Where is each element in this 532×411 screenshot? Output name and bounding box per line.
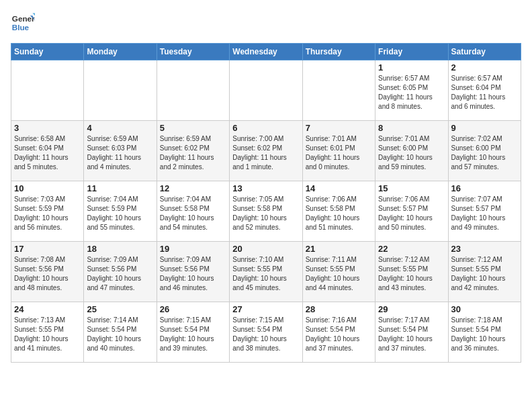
day-info: Sunrise: 7:06 AM Sunset: 5:58 PM Dayligh… (306, 195, 372, 232)
calendar-table: SundayMondayTuesdayWednesdayThursdayFrid… (11, 43, 521, 363)
page-header: General Blue (11, 11, 521, 35)
calendar-week-row: 17Sunrise: 7:08 AM Sunset: 5:56 PM Dayli… (11, 242, 521, 302)
day-info: Sunrise: 7:01 AM Sunset: 6:01 PM Dayligh… (306, 134, 372, 172)
day-info: Sunrise: 7:05 AM Sunset: 5:58 PM Dayligh… (232, 195, 299, 232)
day-number: 27 (232, 304, 299, 314)
day-number: 3 (14, 123, 81, 133)
day-number: 29 (378, 304, 445, 314)
day-number: 8 (378, 123, 445, 133)
svg-text:Blue: Blue (12, 23, 30, 32)
day-number: 9 (451, 123, 518, 133)
calendar-cell: 7Sunrise: 7:01 AM Sunset: 6:01 PM Daylig… (302, 121, 375, 181)
day-info: Sunrise: 7:17 AM Sunset: 5:54 PM Dayligh… (378, 316, 445, 353)
day-number: 22 (378, 244, 445, 254)
day-number: 2 (451, 62, 518, 73)
calendar-cell: 21Sunrise: 7:11 AM Sunset: 5:55 PM Dayli… (302, 242, 375, 302)
calendar-cell: 19Sunrise: 7:09 AM Sunset: 5:56 PM Dayli… (157, 242, 229, 302)
calendar-cell: 12Sunrise: 7:04 AM Sunset: 5:58 PM Dayli… (157, 181, 229, 242)
calendar-cell: 27Sunrise: 7:15 AM Sunset: 5:54 PM Dayli… (230, 302, 302, 363)
logo: General Blue (11, 11, 38, 35)
day-number: 20 (232, 244, 299, 254)
weekday-header: Saturday (448, 44, 521, 60)
calendar-cell: 5Sunrise: 6:59 AM Sunset: 6:02 PM Daylig… (157, 121, 229, 181)
day-number: 12 (160, 183, 226, 193)
day-info: Sunrise: 7:08 AM Sunset: 5:56 PM Dayligh… (14, 255, 81, 293)
calendar-cell: 25Sunrise: 7:14 AM Sunset: 5:54 PM Dayli… (84, 302, 157, 363)
day-info: Sunrise: 6:57 AM Sunset: 6:05 PM Dayligh… (378, 74, 445, 111)
weekday-header: Sunday (11, 44, 84, 60)
logo-icon: General Blue (11, 11, 35, 35)
day-info: Sunrise: 7:09 AM Sunset: 5:56 PM Dayligh… (160, 255, 226, 293)
day-info: Sunrise: 7:18 AM Sunset: 5:54 PM Dayligh… (451, 316, 518, 353)
day-info: Sunrise: 7:10 AM Sunset: 5:55 PM Dayligh… (232, 255, 299, 293)
day-number: 10 (14, 183, 81, 193)
day-number: 7 (306, 123, 372, 133)
day-info: Sunrise: 7:12 AM Sunset: 5:55 PM Dayligh… (378, 255, 445, 293)
calendar-cell: 6Sunrise: 7:00 AM Sunset: 6:02 PM Daylig… (230, 121, 302, 181)
calendar-cell: 13Sunrise: 7:05 AM Sunset: 5:58 PM Dayli… (230, 181, 302, 242)
calendar-cell (302, 60, 375, 121)
calendar-cell (157, 60, 229, 121)
day-info: Sunrise: 7:06 AM Sunset: 5:57 PM Dayligh… (378, 195, 445, 232)
calendar-cell: 9Sunrise: 7:02 AM Sunset: 6:00 PM Daylig… (448, 121, 521, 181)
calendar-cell: 23Sunrise: 7:12 AM Sunset: 5:55 PM Dayli… (448, 242, 521, 302)
calendar-cell: 18Sunrise: 7:09 AM Sunset: 5:56 PM Dayli… (84, 242, 157, 302)
day-number: 18 (87, 244, 153, 254)
day-info: Sunrise: 6:59 AM Sunset: 6:02 PM Dayligh… (160, 134, 226, 172)
calendar-cell: 28Sunrise: 7:16 AM Sunset: 5:54 PM Dayli… (302, 302, 375, 363)
calendar-cell: 30Sunrise: 7:18 AM Sunset: 5:54 PM Dayli… (448, 302, 521, 363)
day-info: Sunrise: 7:07 AM Sunset: 5:57 PM Dayligh… (451, 195, 518, 232)
calendar-cell: 1Sunrise: 6:57 AM Sunset: 6:05 PM Daylig… (375, 60, 448, 121)
day-number: 25 (87, 304, 153, 314)
day-info: Sunrise: 7:14 AM Sunset: 5:54 PM Dayligh… (87, 316, 153, 353)
day-info: Sunrise: 6:57 AM Sunset: 6:04 PM Dayligh… (451, 74, 518, 111)
calendar-cell: 10Sunrise: 7:03 AM Sunset: 5:59 PM Dayli… (11, 181, 84, 242)
day-number: 6 (232, 123, 299, 133)
calendar-cell: 4Sunrise: 6:59 AM Sunset: 6:03 PM Daylig… (84, 121, 157, 181)
day-info: Sunrise: 6:59 AM Sunset: 6:03 PM Dayligh… (87, 134, 153, 172)
day-info: Sunrise: 7:12 AM Sunset: 5:55 PM Dayligh… (451, 255, 518, 293)
day-number: 30 (451, 304, 518, 314)
calendar-week-row: 10Sunrise: 7:03 AM Sunset: 5:59 PM Dayli… (11, 181, 521, 242)
calendar-header-row: SundayMondayTuesdayWednesdayThursdayFrid… (11, 44, 521, 60)
calendar-cell: 15Sunrise: 7:06 AM Sunset: 5:57 PM Dayli… (375, 181, 448, 242)
calendar-cell: 2Sunrise: 6:57 AM Sunset: 6:04 PM Daylig… (448, 60, 521, 121)
calendar-cell: 11Sunrise: 7:04 AM Sunset: 5:59 PM Dayli… (84, 181, 157, 242)
day-info: Sunrise: 7:04 AM Sunset: 5:58 PM Dayligh… (160, 195, 226, 232)
day-info: Sunrise: 7:13 AM Sunset: 5:55 PM Dayligh… (14, 316, 81, 353)
day-info: Sunrise: 7:02 AM Sunset: 6:00 PM Dayligh… (451, 134, 518, 172)
weekday-header: Monday (84, 44, 157, 60)
calendar-cell (84, 60, 157, 121)
day-info: Sunrise: 7:11 AM Sunset: 5:55 PM Dayligh… (306, 255, 372, 293)
day-number: 17 (14, 244, 81, 254)
calendar-cell (230, 60, 302, 121)
day-info: Sunrise: 7:03 AM Sunset: 5:59 PM Dayligh… (14, 195, 81, 232)
calendar-cell: 3Sunrise: 6:58 AM Sunset: 6:04 PM Daylig… (11, 121, 84, 181)
calendar-cell: 16Sunrise: 7:07 AM Sunset: 5:57 PM Dayli… (448, 181, 521, 242)
weekday-header: Friday (375, 44, 448, 60)
weekday-header: Wednesday (230, 44, 302, 60)
day-number: 16 (451, 183, 518, 193)
day-info: Sunrise: 7:15 AM Sunset: 5:54 PM Dayligh… (160, 316, 226, 353)
day-info: Sunrise: 7:16 AM Sunset: 5:54 PM Dayligh… (306, 316, 372, 353)
day-info: Sunrise: 6:58 AM Sunset: 6:04 PM Dayligh… (14, 134, 81, 172)
day-number: 13 (232, 183, 299, 193)
day-number: 26 (160, 304, 226, 314)
calendar-cell (11, 60, 84, 121)
svg-text:General: General (12, 14, 35, 23)
calendar-cell: 8Sunrise: 7:01 AM Sunset: 6:00 PM Daylig… (375, 121, 448, 181)
calendar-week-row: 24Sunrise: 7:13 AM Sunset: 5:55 PM Dayli… (11, 302, 521, 363)
day-info: Sunrise: 7:00 AM Sunset: 6:02 PM Dayligh… (232, 134, 299, 172)
day-number: 1 (378, 62, 445, 73)
calendar-cell: 24Sunrise: 7:13 AM Sunset: 5:55 PM Dayli… (11, 302, 84, 363)
calendar-cell: 20Sunrise: 7:10 AM Sunset: 5:55 PM Dayli… (230, 242, 302, 302)
day-number: 28 (306, 304, 372, 314)
calendar-cell: 29Sunrise: 7:17 AM Sunset: 5:54 PM Dayli… (375, 302, 448, 363)
day-number: 5 (160, 123, 226, 133)
day-info: Sunrise: 7:09 AM Sunset: 5:56 PM Dayligh… (87, 255, 153, 293)
calendar-week-row: 3Sunrise: 6:58 AM Sunset: 6:04 PM Daylig… (11, 121, 521, 181)
day-number: 21 (306, 244, 372, 254)
weekday-header: Tuesday (157, 44, 229, 60)
day-number: 11 (87, 183, 153, 193)
day-number: 14 (306, 183, 372, 193)
